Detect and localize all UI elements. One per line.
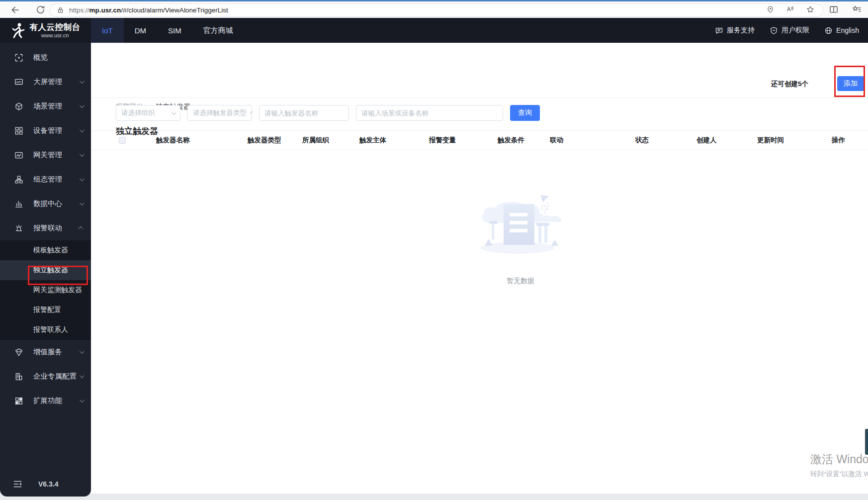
scene-device-input[interactable] — [361, 109, 498, 117]
sidebar-item-scene-mgmt[interactable]: 场景管理 — [0, 94, 91, 118]
sidebar-item-label: 企业专属配置 — [33, 372, 80, 381]
chevron-down-icon — [80, 127, 85, 132]
empty-state-illustration — [478, 192, 563, 257]
alarm-linkage-submenu: 模板触发器 独立触发器 网关监测触发器 报警配置 报警联系人 — [0, 240, 91, 340]
windows-activation-watermark: 激活 Windows 转到“设置”以激活 Windows。 — [810, 452, 868, 479]
sidebar-item-gateway-mgmt[interactable]: 网关管理 — [0, 143, 91, 167]
add-button[interactable]: 添加 — [837, 76, 864, 91]
sidebar-item-label: 报警联动 — [33, 223, 80, 233]
tab-sim[interactable]: SIM — [157, 18, 192, 43]
address-bar[interactable]: https://mp.usr.cn/#/cloud/alarm/ViewAlon… — [50, 3, 823, 17]
device-icon — [14, 126, 24, 136]
chevron-down-icon — [80, 103, 85, 108]
sidebar-item-config-mgmt[interactable]: 组态管理 — [0, 167, 91, 192]
sidebar-item-device-mgmt[interactable]: 设备管理 — [0, 118, 91, 143]
filter-bar: 请选择组织 请选择触发器类型 查询 — [116, 105, 540, 121]
org-select-placeholder: 请选择组织 — [121, 108, 155, 117]
column-organization: 所属组织 — [302, 136, 359, 145]
back-button[interactable] — [7, 3, 24, 17]
collapse-sidebar-icon[interactable] — [13, 480, 22, 488]
chevron-down-icon — [80, 398, 85, 402]
version-label: V6.3.4 — [38, 480, 58, 488]
back-icon — [10, 5, 20, 15]
watermark-line1: 激活 Windows — [810, 452, 868, 467]
user-permissions[interactable]: 用户权限 — [770, 26, 809, 35]
sidebar-item-screen-mgmt[interactable]: 大屏管理 — [0, 70, 91, 94]
tab-dm[interactable]: DM — [124, 18, 157, 43]
column-creator: 创建人 — [696, 136, 757, 145]
select-all-checkbox[interactable] — [119, 137, 126, 144]
overview-icon — [14, 53, 24, 63]
chat-icon — [715, 26, 723, 35]
column-trigger-name: 触发器名称 — [156, 136, 248, 145]
sidebar-item-gateway-monitor-trigger[interactable]: 网关监测触发器 — [0, 280, 91, 300]
sidebar-item-label: 扩展功能 — [33, 396, 80, 405]
query-button[interactable]: 查询 — [510, 105, 540, 121]
table-header: 触发器名称 触发器类型 所属组织 触发主体 报警变量 触发条件 联动 状态 创建… — [91, 130, 868, 150]
sidebar-item-label: 概览 — [33, 53, 83, 62]
collections-icon[interactable] — [852, 4, 862, 16]
empty-state: 暂无数据 — [478, 192, 563, 286]
language-label: English — [836, 26, 859, 34]
sidebar-item-data-center[interactable]: 数据中心 — [0, 192, 91, 216]
shield-icon — [770, 26, 778, 35]
url-domain: mp.usr.cn — [89, 6, 121, 14]
geolocation-icon[interactable] — [766, 5, 775, 15]
topology-icon — [14, 175, 24, 185]
app-subtitle: www.usr.cn — [41, 32, 69, 38]
sidebar-item-overview[interactable]: 概览 — [0, 45, 91, 70]
sidebar-item-template-trigger[interactable]: 模板触发器 — [0, 240, 91, 260]
top-nav-tabs: IoT DM SIM 官方商城 — [91, 18, 244, 43]
trigger-name-input[interactable] — [264, 109, 344, 117]
user-permissions-label: 用户权限 — [781, 26, 809, 35]
refresh-button[interactable] — [32, 3, 49, 17]
sidebar-item-standalone-trigger[interactable]: 独立触发器 — [0, 260, 91, 280]
browser-toolbar: https://mp.usr.cn/#/cloud/alarm/ViewAlon… — [0, 1, 868, 18]
data-center-icon — [14, 199, 24, 209]
chevron-down-icon — [80, 152, 85, 157]
split-screen-icon[interactable] — [829, 4, 839, 16]
trigger-type-select[interactable]: 请选择触发器类型 — [187, 105, 252, 121]
sidebar-item-label: 增值服务 — [33, 347, 80, 357]
sidebar-item-label: 大屏管理 — [33, 77, 80, 87]
url-text[interactable]: https://mp.usr.cn/#/cloud/alarm/ViewAlon… — [69, 6, 766, 14]
chevron-down-icon — [250, 111, 253, 114]
favorite-star-icon[interactable] — [806, 5, 815, 16]
trigger-name-field — [259, 105, 349, 121]
alarm-icon — [14, 223, 24, 233]
app-title: 有人云控制台 — [30, 22, 81, 31]
tab-iot[interactable]: IoT — [91, 18, 124, 43]
tab-official-mall[interactable]: 官方商城 — [192, 18, 244, 43]
lock-icon[interactable] — [55, 3, 65, 17]
usr-person-logo-icon — [11, 22, 26, 39]
language-switch[interactable]: English — [824, 26, 859, 35]
sidebar-item-label: 数据中心 — [33, 199, 80, 208]
sidebar-item-enterprise-config[interactable]: 企业专属配置 — [0, 364, 91, 389]
edge-side-panel-handle[interactable] — [865, 429, 868, 455]
sidebar-item-label: 场景管理 — [33, 101, 80, 111]
main-content: 报警联动 › 独立触发器 独立触发器 还可创建5个 添加 请选择组织 请选择触发… — [91, 43, 868, 494]
url-scheme: https:// — [69, 6, 89, 14]
sidebar-item-extensions[interactable]: 扩展功能 — [0, 389, 91, 413]
org-select[interactable]: 请选择组织 — [116, 105, 180, 121]
globe-icon — [824, 26, 833, 35]
app-top-nav: 有人云控制台 www.usr.cn IoT DM SIM 官方商城 服务支持 用… — [0, 18, 868, 43]
sidebar-item-alarm-linkage[interactable]: 报警联动 — [0, 216, 91, 240]
column-update-time: 更新时间 — [757, 136, 832, 145]
app-logo[interactable]: 有人云控制台 www.usr.cn — [0, 18, 91, 43]
sidebar-item-value-added-services[interactable]: 增值服务 — [0, 340, 91, 364]
service-support-label: 服务支持 — [727, 26, 755, 35]
sidebar-item-alarm-config[interactable]: 报警配置 — [0, 300, 91, 320]
column-alarm-variable: 报警变量 — [429, 136, 498, 145]
sidebar-item-label: 设备管理 — [33, 126, 80, 135]
service-support[interactable]: 服务支持 — [715, 26, 755, 35]
sidebar-item-alarm-contacts[interactable]: 报警联系人 — [0, 320, 91, 340]
chevron-down-icon — [80, 176, 85, 181]
trigger-type-placeholder: 请选择触发器类型 — [193, 108, 247, 117]
refresh-icon — [36, 5, 45, 14]
sidebar-item-label: 网关管理 — [33, 150, 80, 160]
empty-state-text: 暂无数据 — [478, 277, 563, 286]
big-screen-icon — [14, 77, 24, 87]
read-aloud-icon[interactable] — [785, 5, 795, 15]
chevron-down-icon — [172, 110, 176, 115]
